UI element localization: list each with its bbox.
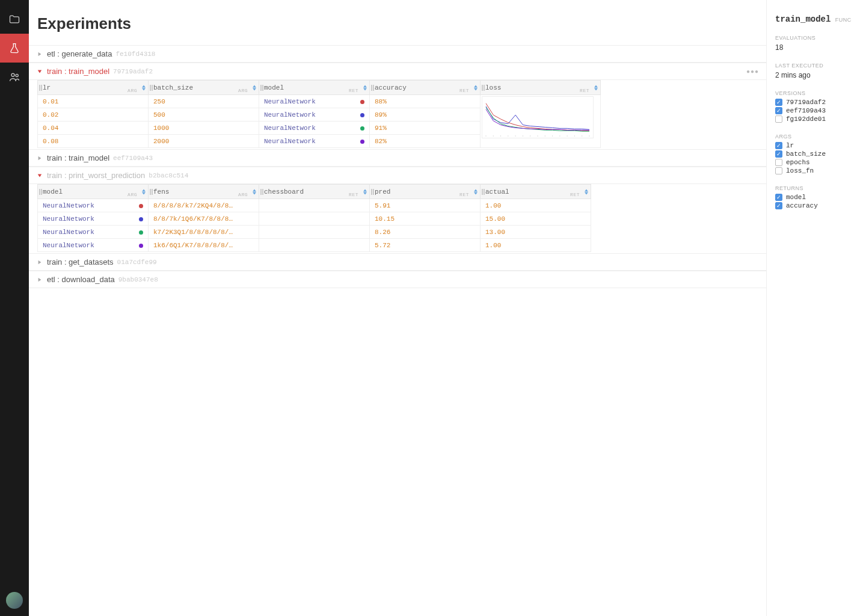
drag-handle-icon[interactable] bbox=[150, 85, 153, 91]
return-label: accuracy bbox=[786, 202, 818, 209]
cell-pred: 5.72 bbox=[370, 239, 481, 252]
more-icon[interactable]: ●●● bbox=[746, 68, 759, 75]
return-checkbox[interactable] bbox=[775, 202, 782, 209]
cell-model: NeuralNetwork bbox=[259, 95, 370, 108]
arg-label: loss_fn bbox=[786, 167, 814, 174]
versions-label: VERSIONS bbox=[775, 90, 858, 96]
table-row[interactable]: 0.04 1000 NeuralNetwork 91% bbox=[38, 122, 766, 135]
experiment-header[interactable]: train : get_datasets 01a7cdfe99 bbox=[29, 253, 766, 271]
version-row: eef7109a43 bbox=[775, 107, 858, 114]
table-row[interactable]: 0.08 2000 NeuralNetwork 82% bbox=[38, 135, 766, 148]
col-accuracy[interactable]: accuracy RET bbox=[370, 81, 481, 95]
drag-handle-icon[interactable] bbox=[260, 189, 264, 195]
experiment-hash: b2bac8c514 bbox=[149, 172, 188, 179]
version-checkbox[interactable] bbox=[775, 99, 782, 106]
chevron-down-icon bbox=[36, 172, 43, 179]
col-actual[interactable]: actual RET bbox=[481, 185, 591, 199]
col-loss[interactable]: loss RET bbox=[481, 81, 601, 95]
experiment-header[interactable]: train : train_model 79719adaf2 ●●● bbox=[29, 63, 766, 80]
col-model[interactable]: model ARG bbox=[38, 185, 149, 199]
arg-checkbox[interactable] bbox=[775, 159, 782, 166]
sort-icon[interactable] bbox=[474, 189, 478, 194]
cell-lr: 0.08 bbox=[38, 135, 149, 148]
cell-actual: 15.00 bbox=[481, 212, 591, 226]
return-row: model bbox=[775, 194, 858, 201]
col-label: pred bbox=[375, 188, 390, 196]
drag-handle-icon[interactable] bbox=[39, 189, 43, 195]
experiment-header[interactable]: etl : generate_data fe10fd4318 bbox=[29, 45, 766, 63]
version-checkbox[interactable] bbox=[775, 116, 782, 123]
series-dot-icon bbox=[139, 230, 143, 235]
table-row[interactable]: NeuralNetwork 1k6/6Q1/K7/8/8/8/8/… 5.72 … bbox=[38, 239, 766, 252]
sort-icon[interactable] bbox=[474, 85, 478, 90]
arg-checkbox[interactable] bbox=[775, 142, 782, 149]
drag-handle-icon[interactable] bbox=[482, 85, 485, 91]
experiment-header[interactable]: train : train_model eef7109a43 bbox=[29, 149, 766, 167]
drag-handle-icon[interactable] bbox=[150, 189, 153, 195]
cell-batch-size: 2000 bbox=[149, 135, 259, 148]
details-panel: train_model FUNC EVALUATIONS 18 LAST EXE… bbox=[766, 0, 866, 616]
col-label: accuracy bbox=[375, 84, 407, 91]
users-icon bbox=[8, 71, 20, 83]
train-model-table: lr ARG batch_size ARG model RET accuracy… bbox=[37, 80, 766, 148]
table-row[interactable]: NeuralNetwork 8/8/8/8/k7/2KQ4/8/8… 5.91 … bbox=[38, 199, 766, 212]
arg-row: loss_fn bbox=[775, 167, 858, 174]
nav-sidebar bbox=[0, 0, 29, 616]
cell-fens: 8/8/7k/1Q6/K7/8/8/8… bbox=[149, 212, 259, 226]
drag-handle-icon[interactable] bbox=[371, 85, 375, 91]
version-checkbox[interactable] bbox=[775, 107, 782, 114]
experiment-header[interactable]: train : print_worst_prediction b2bac8c51… bbox=[29, 167, 766, 184]
sort-icon[interactable] bbox=[585, 189, 588, 194]
drag-handle-icon[interactable] bbox=[482, 189, 485, 195]
experiment-name: etl : generate_data bbox=[47, 49, 112, 58]
col-label: loss bbox=[485, 84, 501, 91]
experiment-name: train : print_worst_prediction bbox=[47, 171, 145, 180]
col-chessboard[interactable]: chessboard RET bbox=[259, 185, 370, 199]
arg-checkbox[interactable] bbox=[775, 167, 782, 174]
col-label: model bbox=[43, 188, 63, 196]
sort-icon[interactable] bbox=[363, 189, 367, 194]
cell-model: NeuralNetwork bbox=[259, 108, 370, 122]
col-lr[interactable]: lr ARG bbox=[38, 81, 149, 95]
cell-fens: 1k6/6Q1/K7/8/8/8/8/… bbox=[149, 239, 259, 252]
version-label: 79719adaf2 bbox=[786, 99, 826, 106]
drag-handle-icon[interactable] bbox=[371, 189, 375, 195]
col-pred[interactable]: pred RET bbox=[370, 185, 481, 199]
nav-files[interactable] bbox=[0, 5, 29, 34]
nav-experiments[interactable] bbox=[0, 34, 29, 63]
cell-lr: 0.01 bbox=[38, 95, 149, 108]
panel-kind: FUNC bbox=[835, 17, 852, 23]
svg-point-1 bbox=[16, 74, 18, 76]
col-model[interactable]: model RET bbox=[259, 81, 370, 95]
drag-handle-icon[interactable] bbox=[260, 85, 264, 91]
sort-icon[interactable] bbox=[253, 85, 256, 90]
return-checkbox[interactable] bbox=[775, 194, 782, 201]
col-kind: ARG bbox=[238, 192, 248, 197]
col-fens[interactable]: fens ARG bbox=[149, 185, 259, 199]
table-row[interactable]: 0.02 500 NeuralNetwork 89% bbox=[38, 108, 766, 122]
arg-checkbox[interactable] bbox=[775, 150, 782, 158]
cell-model: NeuralNetwork bbox=[38, 226, 149, 239]
table-row[interactable]: NeuralNetwork k7/2K3Q1/8/8/8/8/8/… 8.26 … bbox=[38, 226, 766, 239]
sort-icon[interactable] bbox=[142, 85, 146, 90]
avatar-icon bbox=[6, 592, 23, 609]
experiment-name: etl : download_data bbox=[47, 275, 115, 284]
experiment-hash: fe10fd4318 bbox=[115, 51, 155, 58]
cell-pred: 5.91 bbox=[370, 199, 481, 212]
cell-batch-size: 1000 bbox=[149, 122, 259, 135]
sort-icon[interactable] bbox=[253, 189, 256, 194]
sort-icon[interactable] bbox=[594, 85, 598, 90]
sort-icon[interactable] bbox=[363, 85, 367, 90]
cell-fens: 8/8/8/8/k7/2KQ4/8/8… bbox=[149, 199, 259, 212]
drag-handle-icon[interactable] bbox=[39, 85, 43, 91]
experiment-header[interactable]: etl : download_data 9bab0347e8 bbox=[29, 271, 766, 288]
table-row[interactable]: 0.01 250 NeuralNetwork 88% bbox=[38, 95, 766, 108]
nav-avatar[interactable] bbox=[6, 592, 23, 609]
series-dot-icon bbox=[139, 244, 143, 248]
table-row[interactable]: NeuralNetwork 8/8/7k/1Q6/K7/8/8/8… 10.15… bbox=[38, 212, 766, 226]
sort-icon[interactable] bbox=[142, 189, 146, 194]
arg-row: lr bbox=[775, 142, 858, 149]
col-batch_size[interactable]: batch_size ARG bbox=[149, 81, 259, 95]
nav-team[interactable] bbox=[0, 63, 29, 91]
arg-label: lr bbox=[786, 142, 794, 149]
